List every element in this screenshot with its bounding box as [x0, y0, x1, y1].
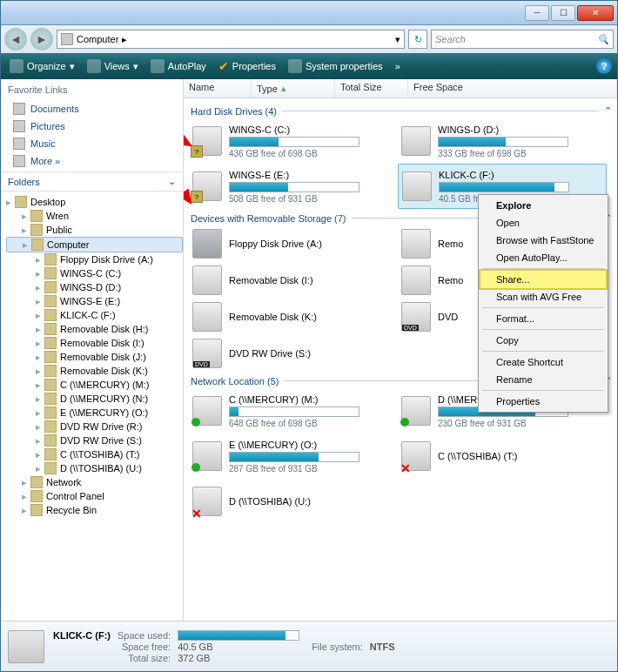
tree-node[interactable]: ▸Control Panel: [6, 489, 183, 503]
tree-node[interactable]: ▸Removable Disk (J:): [6, 350, 183, 364]
col-total-size[interactable]: Total Size: [335, 79, 408, 97]
drive-item[interactable]: ?WINGS-C (C:)436 GB free of 698 GB: [189, 118, 398, 164]
titlebar[interactable]: ─ ☐ ✕: [1, 1, 617, 25]
address-bar[interactable]: Computer ▸ ▾: [57, 30, 405, 49]
menu-item[interactable]: Browse with FastStone: [480, 232, 606, 249]
group-header[interactable]: Hard Disk Drives (4)⌃: [189, 102, 612, 118]
tree-node[interactable]: ▸C (\\MERCURY) (M:): [6, 378, 183, 392]
tree-node[interactable]: ▸C (\\TOSHIBA) (T:): [6, 447, 183, 461]
minimize-button[interactable]: ─: [525, 5, 549, 21]
col-name[interactable]: Name: [184, 79, 252, 97]
expand-icon[interactable]: ▸: [22, 491, 27, 502]
expand-icon[interactable]: ▸: [23, 239, 28, 251]
tree-node[interactable]: ▸Network: [6, 475, 183, 489]
drive-item[interactable]: Removable Disk (K:): [189, 299, 398, 335]
menu-item[interactable]: Format...: [480, 310, 606, 327]
back-button[interactable]: ◄: [4, 28, 27, 50]
tree-node[interactable]: ▸Floppy Disk Drive (A:): [6, 252, 183, 266]
expand-icon[interactable]: ▸: [36, 407, 41, 419]
breadcrumb-segment[interactable]: Computer: [77, 34, 118, 44]
favorite-link[interactable]: Pictures: [1, 118, 183, 135]
tree-node[interactable]: ▸DVD RW Drive (R:): [6, 420, 183, 433]
col-free-space[interactable]: Free Space: [408, 79, 617, 97]
tree-node[interactable]: ▸DVD RW Drive (S:): [6, 433, 183, 447]
favorite-link[interactable]: More »: [1, 152, 183, 170]
expand-icon[interactable]: ▸: [36, 282, 41, 293]
tree-node[interactable]: ▸WINGS-C (C:): [6, 266, 183, 280]
favorite-link[interactable]: Music: [1, 135, 183, 152]
maximize-button[interactable]: ☐: [551, 5, 575, 21]
drive-item[interactable]: DVD RW Drive (S:): [189, 335, 398, 372]
tree-node[interactable]: ▸Recycle Bin: [6, 503, 183, 517]
tree-node[interactable]: ▸KLICK-C (F:): [6, 308, 183, 322]
menu-item[interactable]: Open AutoPlay...: [480, 249, 606, 266]
forward-button[interactable]: ►: [30, 28, 53, 50]
more-commands[interactable]: »: [392, 59, 404, 73]
expand-icon[interactable]: ▸: [36, 463, 41, 474]
expand-icon[interactable]: ▸: [6, 197, 11, 208]
drive-item[interactable]: ?WINGS-E (E:)508 GB free of 931 GB: [189, 164, 398, 209]
search-icon[interactable]: 🔍: [597, 34, 609, 45]
organize-menu[interactable]: Organize ▾: [6, 57, 78, 75]
tree-node[interactable]: ▸Removable Disk (H:): [6, 322, 183, 336]
close-button[interactable]: ✕: [577, 5, 614, 21]
tree-node[interactable]: ▸D (\\MERCURY) (N:): [6, 392, 183, 406]
drive-item[interactable]: C (\\TOSHIBA) (T:): [398, 433, 607, 479]
menu-item[interactable]: Explore: [480, 197, 606, 214]
dropdown-icon[interactable]: ▾: [395, 34, 400, 45]
collapse-icon[interactable]: ⌃: [604, 105, 612, 117]
properties-button[interactable]: ✔Properties: [215, 57, 279, 75]
drive-item[interactable]: C (\\MERCURY) (M:)648 GB free of 698 GB: [189, 388, 398, 433]
expand-icon[interactable]: ▸: [36, 324, 41, 335]
expand-icon[interactable]: ▸: [36, 366, 41, 377]
tree-node[interactable]: ▸WINGS-E (E:): [6, 294, 183, 308]
tree-node[interactable]: ▸D (\\TOSHIBA) (U:): [6, 461, 183, 475]
drive-item[interactable]: E (\\MERCURY) (O:)287 GB free of 931 GB: [189, 433, 398, 479]
tree-node[interactable]: ▸Removable Disk (I:): [6, 336, 183, 350]
tree-node[interactable]: ▸E (\\MERCURY) (O:): [6, 406, 183, 420]
drive-item[interactable]: Floppy Disk Drive (A:): [189, 225, 398, 262]
menu-item[interactable]: Open: [480, 214, 606, 232]
expand-icon[interactable]: ▸: [36, 352, 41, 363]
column-headers[interactable]: Name Type▴ Total Size Free Space: [184, 79, 617, 98]
tree-node[interactable]: ▸Removable Disk (K:): [6, 364, 183, 378]
drive-item[interactable]: D (\\TOSHIBA) (U:): [189, 479, 398, 524]
menu-item[interactable]: Scan with AVG Free: [480, 288, 606, 306]
refresh-button[interactable]: ↻: [408, 30, 427, 49]
col-type[interactable]: Type▴: [252, 79, 335, 97]
expand-icon[interactable]: ▸: [36, 421, 41, 433]
search-input[interactable]: Search 🔍: [431, 30, 614, 49]
expand-icon[interactable]: ▸: [22, 211, 27, 222]
folders-header[interactable]: Folders⌄: [1, 171, 183, 192]
expand-icon[interactable]: ▸: [36, 254, 41, 265]
views-menu[interactable]: Views ▾: [84, 57, 142, 75]
expand-icon[interactable]: ▸: [22, 505, 27, 516]
menu-item[interactable]: Create Shortcut: [480, 353, 606, 371]
folder-tree[interactable]: ▸Desktop▸Wren▸Public▸Computer▸Floppy Dis…: [1, 192, 183, 621]
expand-icon[interactable]: ▸: [36, 296, 41, 307]
favorite-link[interactable]: Documents: [1, 100, 183, 118]
expand-icon[interactable]: ▸: [36, 393, 41, 405]
menu-item[interactable]: Share...: [480, 271, 606, 288]
expand-icon[interactable]: ▸: [36, 449, 41, 460]
expand-icon[interactable]: ▸: [36, 268, 41, 279]
menu-item[interactable]: Properties: [480, 393, 606, 410]
expand-icon[interactable]: ▸: [36, 338, 41, 349]
expand-icon[interactable]: ▸: [22, 225, 27, 236]
tree-node[interactable]: ▸Computer: [6, 237, 183, 252]
help-button[interactable]: ?: [596, 58, 612, 74]
menu-item[interactable]: Copy: [480, 332, 606, 349]
expand-icon[interactable]: ▸: [36, 435, 41, 447]
tree-node[interactable]: ▸Desktop: [6, 195, 183, 209]
expand-icon[interactable]: ▸: [36, 380, 41, 391]
expand-icon[interactable]: ▸: [22, 477, 27, 488]
tree-node[interactable]: ▸WINGS-D (D:): [6, 280, 183, 294]
expand-icon[interactable]: ▸: [36, 310, 41, 321]
tree-node[interactable]: ▸Wren: [6, 209, 183, 223]
chevron-right-icon[interactable]: ▸: [122, 34, 127, 45]
autoplay-button[interactable]: AutoPlay: [147, 57, 210, 75]
drive-item[interactable]: Removable Disk (I:): [189, 262, 398, 299]
drive-item[interactable]: WINGS-D (D:)333 GB free of 698 GB: [398, 118, 607, 164]
menu-item[interactable]: Rename: [480, 371, 606, 388]
system-properties-button[interactable]: System properties: [285, 57, 386, 75]
